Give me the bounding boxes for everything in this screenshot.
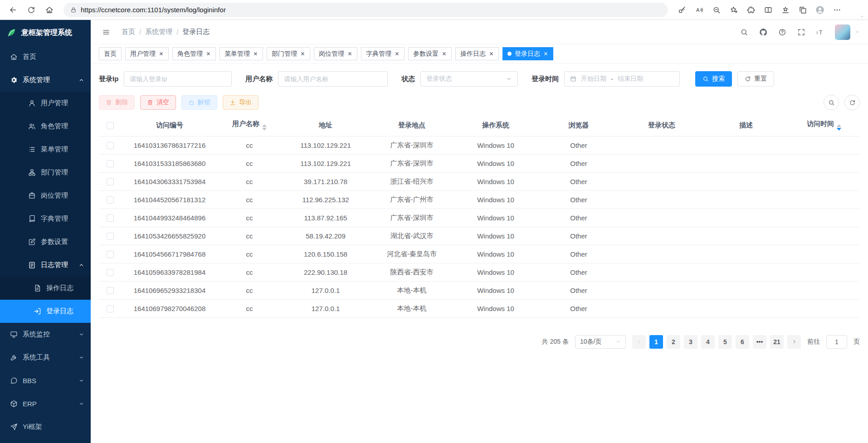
sort-icon[interactable] <box>837 124 841 131</box>
close-icon[interactable] <box>159 51 164 56</box>
page-size-select[interactable]: 10条/页 <box>575 335 626 349</box>
reset-button[interactable]: 重置 <box>737 71 774 87</box>
sidebar-item-role-mgmt[interactable]: 角色管理 <box>0 115 91 138</box>
breadcrumb-home[interactable]: 首页 <box>122 28 135 36</box>
status-select[interactable]: 登录状态 <box>420 71 518 87</box>
zoom-button[interactable] <box>708 2 725 18</box>
sidebar-item-yi-framework[interactable]: Yi框架 <box>0 415 91 438</box>
tab-menu-mgmt[interactable]: 菜单管理 <box>219 47 263 60</box>
page-button[interactable]: ••• <box>753 335 766 349</box>
browser-profile-button[interactable] <box>811 2 829 18</box>
toggle-search-button[interactable] <box>824 95 839 110</box>
collections-button[interactable] <box>794 2 811 18</box>
close-icon[interactable] <box>489 51 494 56</box>
refresh-button[interactable] <box>23 2 40 18</box>
start-date-placeholder[interactable]: 开始日期 <box>581 75 606 83</box>
tab-role-mgmt[interactable]: 角色管理 <box>172 47 216 60</box>
table-row[interactable]: 1641044993248464896 cc 113.87.92.165 广东省… <box>99 209 860 227</box>
search-button[interactable]: 搜索 <box>695 71 732 87</box>
close-icon[interactable] <box>206 51 211 56</box>
browser-settings-button[interactable] <box>829 2 846 18</box>
table-row[interactable]: 1641031367863177216 cc 113.102.129.221 广… <box>99 136 860 154</box>
page-button[interactable]: 4 <box>701 335 715 349</box>
row-checkbox[interactable] <box>107 214 114 222</box>
user-avatar[interactable] <box>835 24 850 40</box>
font-size-button[interactable] <box>813 25 828 39</box>
end-date-placeholder[interactable]: 结束日期 <box>618 75 643 83</box>
date-range-picker[interactable]: 开始日期 - 结束日期 <box>564 71 680 87</box>
table-row[interactable]: 1641031533185863680 cc 113.102.129.221 广… <box>99 154 860 172</box>
table-row[interactable]: 1641043063331753984 cc 39.171.210.78 浙江省… <box>99 172 860 190</box>
sidebar-item-system-mgmt[interactable]: 系统管理 <box>0 68 91 92</box>
row-checkbox[interactable] <box>107 160 114 167</box>
row-checkbox[interactable] <box>107 233 114 240</box>
row-checkbox[interactable] <box>107 269 114 276</box>
lock-icon[interactable] <box>70 7 77 13</box>
sidebar-item-operation-log[interactable]: 操作日志 <box>0 277 91 300</box>
row-checkbox[interactable] <box>107 142 114 149</box>
tab-post-mgmt[interactable]: 岗位管理 <box>314 47 357 60</box>
prev-page-button[interactable] <box>632 335 646 349</box>
address-bar[interactable]: https://ccnetcore.com:1101/system/log/lo… <box>63 3 668 17</box>
back-button[interactable] <box>5 2 22 18</box>
close-icon[interactable] <box>253 51 258 56</box>
close-icon[interactable] <box>300 51 305 56</box>
table-row[interactable]: 1641069652933218304 cc 127.0.0.1 本地-本机 W… <box>99 281 860 299</box>
login-ip-input[interactable] <box>124 71 232 87</box>
close-icon[interactable] <box>543 51 548 56</box>
table-row[interactable]: 1641044520567181312 cc 112.96.225.132 广东… <box>99 190 860 209</box>
page-button[interactable]: 1 <box>649 335 663 349</box>
close-icon[interactable] <box>347 51 352 56</box>
read-aloud-button[interactable] <box>691 2 708 18</box>
page-button[interactable]: 3 <box>684 335 697 349</box>
user-name-input[interactable] <box>278 71 388 87</box>
select-all-checkbox[interactable] <box>107 122 114 129</box>
table-row[interactable]: 1641053426655825920 cc 58.19.42.209 湖北省-… <box>99 227 860 245</box>
chevron-down-icon[interactable] <box>859 14 864 19</box>
refresh-table-button[interactable] <box>844 95 860 110</box>
copilot-bing-icon[interactable] <box>848 4 861 16</box>
sidebar-item-bbs[interactable]: BBS <box>0 369 91 392</box>
page-button[interactable]: 2 <box>667 335 680 349</box>
row-checkbox[interactable] <box>107 178 114 185</box>
tab-param-settings[interactable]: 参数设置 <box>408 47 452 60</box>
sidebar-item-erp[interactable]: ERP <box>0 392 91 415</box>
favorites-bar-button[interactable] <box>777 2 794 18</box>
browser-home-button[interactable] <box>41 2 58 18</box>
sidebar-item-log-mgmt[interactable]: 日志管理 <box>0 253 91 277</box>
help-button[interactable] <box>775 25 790 39</box>
sidebar-item-param-settings[interactable]: 参数设置 <box>0 230 91 253</box>
github-button[interactable] <box>756 25 770 39</box>
extensions-button[interactable] <box>742 2 760 18</box>
export-button[interactable]: 导出 <box>223 95 258 110</box>
page-button[interactable]: 21 <box>770 335 784 349</box>
tab-dict-mgmt[interactable]: 字典管理 <box>361 47 405 60</box>
sidebar-item-login-log[interactable]: 登录日志 <box>0 300 91 323</box>
sidebar-item-user-mgmt[interactable]: 用户管理 <box>0 92 91 115</box>
clear-button[interactable]: 清空 <box>140 95 176 110</box>
sidebar-item-system-monitor[interactable]: 系统监控 <box>0 323 91 346</box>
sidebar-item-menu-mgmt[interactable]: 菜单管理 <box>0 138 91 161</box>
tab-home[interactable]: 首页 <box>99 47 122 60</box>
sidebar-item-dept-mgmt[interactable]: 部门管理 <box>0 161 91 184</box>
tab-login-log[interactable]: 登录日志 <box>502 47 553 60</box>
breadcrumb-system-mgmt[interactable]: 系统管理 <box>145 28 172 36</box>
split-screen-button[interactable] <box>760 2 777 18</box>
unlock-button[interactable]: 解锁 <box>181 95 217 110</box>
sidebar-item-home[interactable]: 首页 <box>0 45 91 68</box>
goto-page-input[interactable] <box>826 335 847 349</box>
table-row[interactable]: 1641059633978281984 cc 222.90.130.18 陕西省… <box>99 263 860 281</box>
tab-user-mgmt[interactable]: 用户管理 <box>125 47 169 60</box>
row-checkbox[interactable] <box>107 305 114 312</box>
sort-icon[interactable] <box>262 124 267 131</box>
close-icon[interactable] <box>442 51 447 56</box>
add-favorite-button[interactable] <box>725 2 742 18</box>
row-checkbox[interactable] <box>107 287 114 294</box>
sidebar-item-dict-mgmt[interactable]: 字典管理 <box>0 207 91 230</box>
delete-button[interactable]: 删除 <box>99 95 135 110</box>
close-icon[interactable] <box>395 51 400 56</box>
row-checkbox[interactable] <box>107 251 114 258</box>
password-manager-button[interactable] <box>673 2 691 18</box>
table-row[interactable]: 1641054566717984768 cc 120.6.150.158 河北省… <box>99 245 860 263</box>
tab-operation-log[interactable]: 操作日志 <box>455 47 499 60</box>
